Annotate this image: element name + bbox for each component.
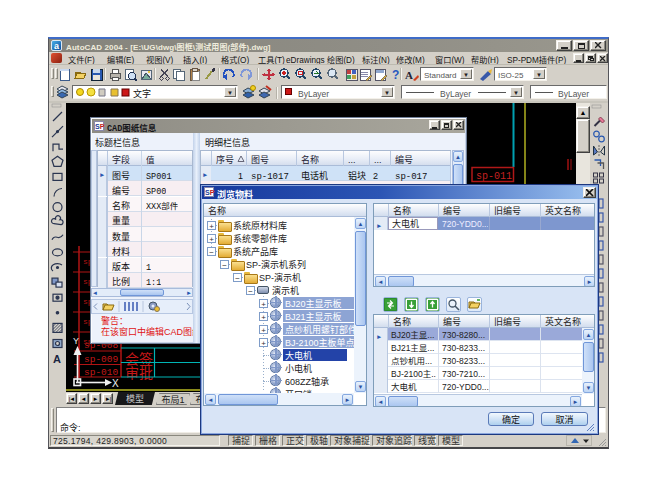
svg-text:审批: 审批 — [125, 362, 153, 382]
svg-text:sp-011: sp-011 — [476, 171, 512, 182]
svg-text:X: X — [112, 378, 119, 389]
svg-text:Y: Y — [73, 336, 79, 346]
svg-text:A: A — [405, 69, 413, 81]
svg-text:?: ? — [392, 68, 399, 82]
svg-text:sp-010: sp-010 — [84, 367, 119, 378]
svg-text:sp-009: sp-009 — [84, 354, 119, 365]
svg-text:A: A — [53, 353, 61, 365]
